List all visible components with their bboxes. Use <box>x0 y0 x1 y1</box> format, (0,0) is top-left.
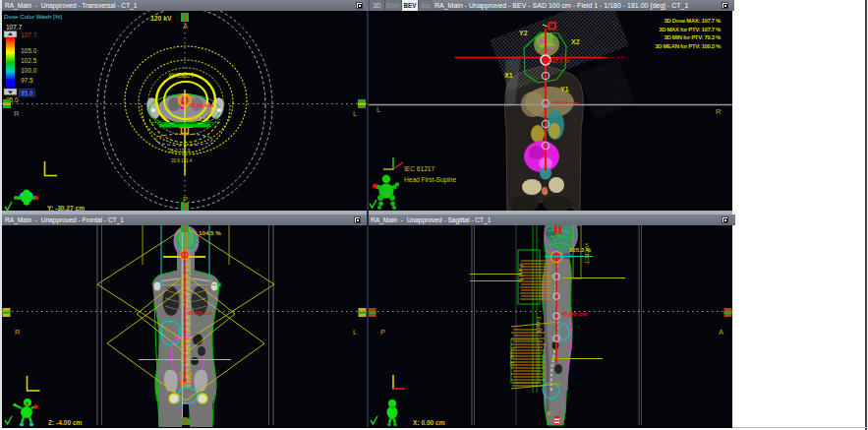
svg-text:3D Dose MAX: 107.7 %: 3D Dose MAX: 107.7 % <box>664 18 722 24</box>
svg-text:105.0: 105.0 <box>21 47 37 54</box>
svg-text:Z: -4.00 cm: Z: -4.00 cm <box>48 419 83 426</box>
svg-text:Head First-Supine: Head First-Supine <box>404 176 456 184</box>
svg-text:Field 6 Field 7: Field 6 Field 7 <box>180 336 186 367</box>
svg-text:104.5 %: 104.5 % <box>199 229 221 236</box>
svg-text:105.3 %: 105.3 % <box>187 116 209 122</box>
svg-text:97.5: 97.5 <box>21 77 33 84</box>
svg-text:120 kV: 120 kV <box>150 15 172 22</box>
svg-text:Field 10: Field 10 <box>509 347 515 367</box>
svg-text:45.00 cm: 45.00 cm <box>189 102 213 108</box>
svg-text:Y2: Y2 <box>519 30 528 36</box>
svg-text:3D MAX for PTV: 107.7 %: 3D MAX for PTV: 107.7 % <box>659 27 722 32</box>
svg-text:31.0 131.9: 31.0 131.9 <box>169 149 191 154</box>
svg-text:A: A <box>183 22 188 31</box>
svg-text:kVCBCT: kVCBCT <box>584 243 590 265</box>
svg-text:F: F <box>548 410 551 416</box>
svg-text:102.5: 102.5 <box>21 57 37 64</box>
svg-text:45.00 cm: 45.00 cm <box>187 309 213 316</box>
svg-text:Y: -30.27 cm: Y: -30.27 cm <box>47 205 85 212</box>
svg-text:P: P <box>183 195 188 204</box>
svg-text:3D MIN for PTV: 70.3 %: 3D MIN for PTV: 70.3 % <box>664 34 722 40</box>
svg-text:R: R <box>14 109 20 118</box>
svg-text:30.8 131.4: 30.8 131.4 <box>171 158 193 163</box>
svg-text:A: A <box>719 328 723 337</box>
svg-text:R: R <box>15 328 21 337</box>
svg-text:45.00 cm: 45.00 cm <box>561 310 588 317</box>
svg-text:IEC 61217: IEC 61217 <box>404 165 434 172</box>
svg-text:R: R <box>716 107 722 116</box>
svg-text:kVCBCT: kVCBCT <box>169 72 194 79</box>
svg-text:L: L <box>353 328 357 337</box>
svg-text:X: 0.00 cm: X: 0.00 cm <box>413 419 445 426</box>
svg-text:107.7: 107.7 <box>21 31 37 38</box>
svg-text:L: L <box>376 105 380 114</box>
svg-text:F: F <box>545 190 549 197</box>
svg-text:X1: X1 <box>504 72 513 79</box>
svg-text:107.7 %: 107.7 % <box>549 58 569 64</box>
svg-text:X2: X2 <box>571 38 580 45</box>
svg-text:Field 2 Field 3: Field 2 Field 3 <box>180 275 186 306</box>
svg-text:100.0: 100.0 <box>21 67 37 74</box>
svg-text:Dose Color Wash [%]: Dose Color Wash [%] <box>4 13 62 20</box>
svg-text:Field 9: Field 9 <box>536 317 542 334</box>
svg-text:P: P <box>380 328 385 337</box>
svg-text:Field 8: Field 8 <box>518 265 524 281</box>
svg-text:107.7: 107.7 <box>6 24 23 31</box>
svg-text:95.0: 95.0 <box>21 90 33 96</box>
svg-text:3D MEAN for PTV: 100.3 %: 3D MEAN for PTV: 100.3 % <box>655 43 722 49</box>
svg-text:L: L <box>353 109 357 118</box>
svg-text:Y1: Y1 <box>560 86 569 92</box>
